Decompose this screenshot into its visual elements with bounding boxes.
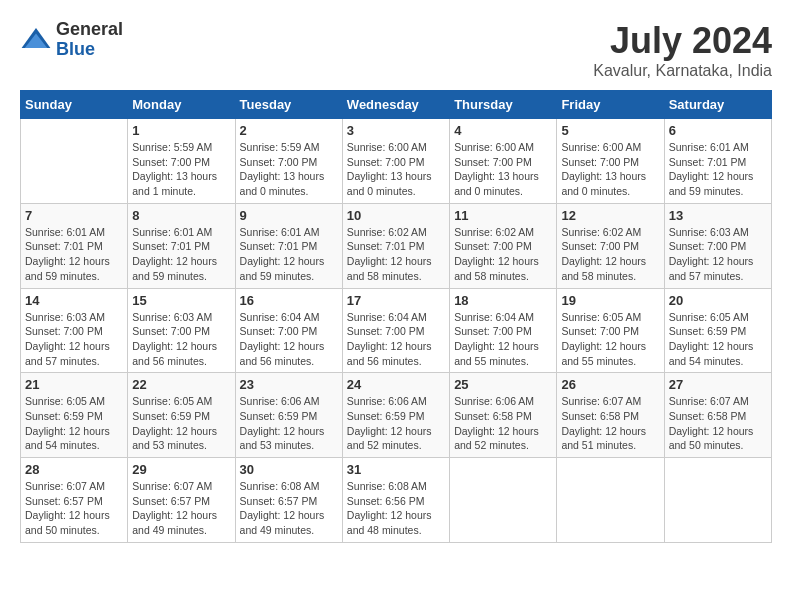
- day-number: 23: [240, 377, 338, 392]
- day-number: 11: [454, 208, 552, 223]
- day-number: 24: [347, 377, 445, 392]
- day-number: 5: [561, 123, 659, 138]
- day-info: Sunrise: 6:03 AM Sunset: 7:00 PM Dayligh…: [25, 310, 123, 369]
- calendar-cell: 26Sunrise: 6:07 AM Sunset: 6:58 PM Dayli…: [557, 373, 664, 458]
- calendar-cell: 3Sunrise: 6:00 AM Sunset: 7:00 PM Daylig…: [342, 119, 449, 204]
- day-number: 31: [347, 462, 445, 477]
- calendar-cell: 28Sunrise: 6:07 AM Sunset: 6:57 PM Dayli…: [21, 458, 128, 543]
- day-info: Sunrise: 6:01 AM Sunset: 7:01 PM Dayligh…: [240, 225, 338, 284]
- calendar-cell: 5Sunrise: 6:00 AM Sunset: 7:00 PM Daylig…: [557, 119, 664, 204]
- calendar-cell: 24Sunrise: 6:06 AM Sunset: 6:59 PM Dayli…: [342, 373, 449, 458]
- day-number: 15: [132, 293, 230, 308]
- location: Kavalur, Karnataka, India: [593, 62, 772, 80]
- calendar-cell: [450, 458, 557, 543]
- day-info: Sunrise: 6:04 AM Sunset: 7:00 PM Dayligh…: [454, 310, 552, 369]
- logo-general: General: [56, 20, 123, 40]
- calendar-cell: [664, 458, 771, 543]
- day-info: Sunrise: 6:00 AM Sunset: 7:00 PM Dayligh…: [454, 140, 552, 199]
- day-number: 30: [240, 462, 338, 477]
- day-number: 12: [561, 208, 659, 223]
- calendar-cell: 25Sunrise: 6:06 AM Sunset: 6:58 PM Dayli…: [450, 373, 557, 458]
- day-info: Sunrise: 6:00 AM Sunset: 7:00 PM Dayligh…: [561, 140, 659, 199]
- calendar-cell: 31Sunrise: 6:08 AM Sunset: 6:56 PM Dayli…: [342, 458, 449, 543]
- calendar-cell: 8Sunrise: 6:01 AM Sunset: 7:01 PM Daylig…: [128, 203, 235, 288]
- calendar-cell: 27Sunrise: 6:07 AM Sunset: 6:58 PM Dayli…: [664, 373, 771, 458]
- title-area: July 2024 Kavalur, Karnataka, India: [593, 20, 772, 80]
- calendar-cell: 12Sunrise: 6:02 AM Sunset: 7:00 PM Dayli…: [557, 203, 664, 288]
- calendar-cell: 11Sunrise: 6:02 AM Sunset: 7:00 PM Dayli…: [450, 203, 557, 288]
- day-info: Sunrise: 6:08 AM Sunset: 6:56 PM Dayligh…: [347, 479, 445, 538]
- day-info: Sunrise: 6:07 AM Sunset: 6:58 PM Dayligh…: [669, 394, 767, 453]
- header-day-tuesday: Tuesday: [235, 91, 342, 119]
- day-info: Sunrise: 6:05 AM Sunset: 6:59 PM Dayligh…: [132, 394, 230, 453]
- day-number: 2: [240, 123, 338, 138]
- day-number: 8: [132, 208, 230, 223]
- calendar-cell: 6Sunrise: 6:01 AM Sunset: 7:01 PM Daylig…: [664, 119, 771, 204]
- day-info: Sunrise: 6:04 AM Sunset: 7:00 PM Dayligh…: [347, 310, 445, 369]
- day-info: Sunrise: 6:06 AM Sunset: 6:59 PM Dayligh…: [240, 394, 338, 453]
- day-info: Sunrise: 6:07 AM Sunset: 6:57 PM Dayligh…: [25, 479, 123, 538]
- day-info: Sunrise: 6:03 AM Sunset: 7:00 PM Dayligh…: [669, 225, 767, 284]
- day-number: 26: [561, 377, 659, 392]
- calendar-cell: 13Sunrise: 6:03 AM Sunset: 7:00 PM Dayli…: [664, 203, 771, 288]
- calendar-cell: 9Sunrise: 6:01 AM Sunset: 7:01 PM Daylig…: [235, 203, 342, 288]
- day-number: 6: [669, 123, 767, 138]
- calendar-cell: 1Sunrise: 5:59 AM Sunset: 7:00 PM Daylig…: [128, 119, 235, 204]
- calendar-cell: 7Sunrise: 6:01 AM Sunset: 7:01 PM Daylig…: [21, 203, 128, 288]
- logo-text: General Blue: [56, 20, 123, 60]
- day-info: Sunrise: 6:02 AM Sunset: 7:00 PM Dayligh…: [561, 225, 659, 284]
- calendar-cell: 22Sunrise: 6:05 AM Sunset: 6:59 PM Dayli…: [128, 373, 235, 458]
- day-info: Sunrise: 6:03 AM Sunset: 7:00 PM Dayligh…: [132, 310, 230, 369]
- calendar-week-4: 28Sunrise: 6:07 AM Sunset: 6:57 PM Dayli…: [21, 458, 772, 543]
- calendar-header: SundayMondayTuesdayWednesdayThursdayFrid…: [21, 91, 772, 119]
- day-info: Sunrise: 5:59 AM Sunset: 7:00 PM Dayligh…: [132, 140, 230, 199]
- day-number: 17: [347, 293, 445, 308]
- calendar-cell: 18Sunrise: 6:04 AM Sunset: 7:00 PM Dayli…: [450, 288, 557, 373]
- calendar-cell: 16Sunrise: 6:04 AM Sunset: 7:00 PM Dayli…: [235, 288, 342, 373]
- day-info: Sunrise: 6:04 AM Sunset: 7:00 PM Dayligh…: [240, 310, 338, 369]
- day-info: Sunrise: 6:00 AM Sunset: 7:00 PM Dayligh…: [347, 140, 445, 199]
- day-number: 4: [454, 123, 552, 138]
- calendar-week-2: 14Sunrise: 6:03 AM Sunset: 7:00 PM Dayli…: [21, 288, 772, 373]
- day-number: 19: [561, 293, 659, 308]
- calendar-body: 1Sunrise: 5:59 AM Sunset: 7:00 PM Daylig…: [21, 119, 772, 543]
- day-info: Sunrise: 6:07 AM Sunset: 6:58 PM Dayligh…: [561, 394, 659, 453]
- calendar-cell: [557, 458, 664, 543]
- page-header: General Blue July 2024 Kavalur, Karnatak…: [20, 20, 772, 80]
- day-number: 16: [240, 293, 338, 308]
- day-info: Sunrise: 5:59 AM Sunset: 7:00 PM Dayligh…: [240, 140, 338, 199]
- day-info: Sunrise: 6:07 AM Sunset: 6:57 PM Dayligh…: [132, 479, 230, 538]
- day-info: Sunrise: 6:01 AM Sunset: 7:01 PM Dayligh…: [132, 225, 230, 284]
- calendar-cell: 17Sunrise: 6:04 AM Sunset: 7:00 PM Dayli…: [342, 288, 449, 373]
- calendar-cell: 23Sunrise: 6:06 AM Sunset: 6:59 PM Dayli…: [235, 373, 342, 458]
- day-info: Sunrise: 6:01 AM Sunset: 7:01 PM Dayligh…: [669, 140, 767, 199]
- calendar-week-3: 21Sunrise: 6:05 AM Sunset: 6:59 PM Dayli…: [21, 373, 772, 458]
- day-number: 29: [132, 462, 230, 477]
- calendar-cell: 10Sunrise: 6:02 AM Sunset: 7:01 PM Dayli…: [342, 203, 449, 288]
- header-row: SundayMondayTuesdayWednesdayThursdayFrid…: [21, 91, 772, 119]
- calendar-cell: 2Sunrise: 5:59 AM Sunset: 7:00 PM Daylig…: [235, 119, 342, 204]
- header-day-wednesday: Wednesday: [342, 91, 449, 119]
- calendar-cell: 30Sunrise: 6:08 AM Sunset: 6:57 PM Dayli…: [235, 458, 342, 543]
- calendar-week-0: 1Sunrise: 5:59 AM Sunset: 7:00 PM Daylig…: [21, 119, 772, 204]
- day-number: 20: [669, 293, 767, 308]
- header-day-sunday: Sunday: [21, 91, 128, 119]
- day-number: 3: [347, 123, 445, 138]
- calendar-week-1: 7Sunrise: 6:01 AM Sunset: 7:01 PM Daylig…: [21, 203, 772, 288]
- day-number: 28: [25, 462, 123, 477]
- calendar-cell: 4Sunrise: 6:00 AM Sunset: 7:00 PM Daylig…: [450, 119, 557, 204]
- day-info: Sunrise: 6:05 AM Sunset: 7:00 PM Dayligh…: [561, 310, 659, 369]
- day-number: 22: [132, 377, 230, 392]
- calendar-cell: [21, 119, 128, 204]
- month-title: July 2024: [593, 20, 772, 62]
- calendar-cell: 19Sunrise: 6:05 AM Sunset: 7:00 PM Dayli…: [557, 288, 664, 373]
- logo: General Blue: [20, 20, 123, 60]
- calendar-cell: 15Sunrise: 6:03 AM Sunset: 7:00 PM Dayli…: [128, 288, 235, 373]
- day-info: Sunrise: 6:02 AM Sunset: 7:00 PM Dayligh…: [454, 225, 552, 284]
- day-number: 18: [454, 293, 552, 308]
- calendar-table: SundayMondayTuesdayWednesdayThursdayFrid…: [20, 90, 772, 543]
- day-info: Sunrise: 6:05 AM Sunset: 6:59 PM Dayligh…: [25, 394, 123, 453]
- day-info: Sunrise: 6:01 AM Sunset: 7:01 PM Dayligh…: [25, 225, 123, 284]
- day-number: 13: [669, 208, 767, 223]
- day-number: 25: [454, 377, 552, 392]
